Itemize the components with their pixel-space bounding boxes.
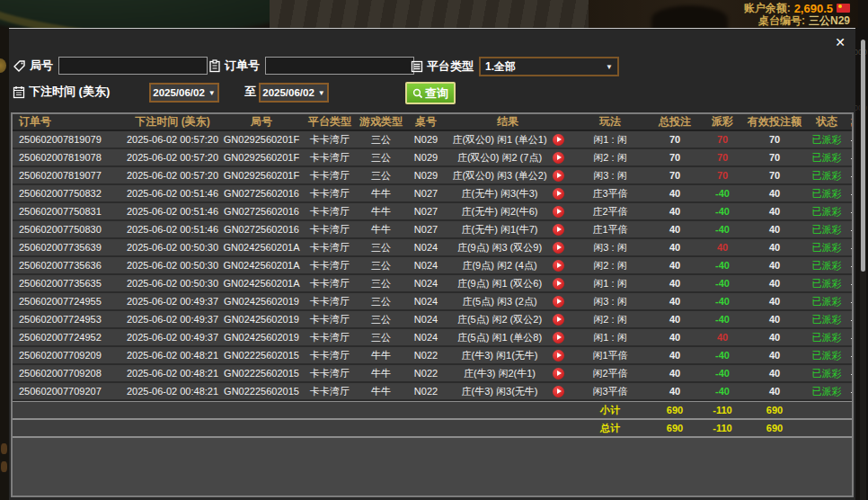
result-text: 庄(无牛) 闲1(牛7) [447,223,553,237]
game-no-cell: GN02725602016 [220,224,303,235]
valid-bet-cell: 70 [747,152,802,163]
column-header-status-cell: 状态 [802,114,851,129]
total-bet-cell: 40 [651,332,698,343]
bet-time-label: 下注时间 (美东) [29,84,110,100]
table-no-cell: N024 [405,260,447,271]
replay-video-icon[interactable] [553,224,564,236]
game-type-cell: 三公 [357,331,405,344]
game-mode-cell: - [851,206,852,217]
replay-video-icon[interactable] [553,260,564,272]
result-text: 庄(无牛) 闲3(牛3) [447,187,553,201]
total-bet-cell: 40 [651,350,698,361]
replay-video-icon[interactable] [553,296,564,308]
valid-bet-cell: 40 [747,260,802,271]
result-text: 庄(9点) 闲3 (双公9) [447,241,553,254]
game-no-cell: GN02425602019 [220,314,303,325]
replay-video-icon[interactable] [553,278,564,290]
table-row[interactable]: 2506020077508312025-06-02 00:51:46GN0272… [13,203,852,221]
grand-total-total-bet: 690 [651,423,698,433]
table-row[interactable]: 2506020078190792025-06-02 00:57:20GN0292… [13,131,852,149]
replay-video-icon[interactable] [553,386,564,397]
table-row[interactable]: 2506020078190772025-06-02 00:57:20GN0292… [13,167,852,185]
result-text: 庄(9点) 闲2 (4点) [447,259,553,272]
result-cell: 庄(无牛) 闲2(牛6) [447,205,569,219]
game-mode-cell: - [851,152,852,163]
bet-time-cell: 2025-06-02 00:49:37 [125,314,220,325]
bet-time-filter-group: 下注时间 (美东) [13,84,110,100]
table-row[interactable]: 2506020077092082025-06-02 00:48:21GN0222… [13,365,852,383]
date-from-picker[interactable]: 2025/06/02 ▼ [149,83,219,103]
platform-cell: 卡卡湾厅 [303,223,357,237]
clipboard-icon [208,59,221,73]
result-cell: 庄(双公0) 闲3 (单公2) [447,169,569,183]
table-row[interactable]: 2506020077249552025-06-02 00:49:37GN0242… [13,293,852,311]
platform-cell: 卡卡湾厅 [303,259,357,272]
table-row[interactable]: 2506020077356362025-06-02 00:50:30GN0242… [13,257,852,275]
bet-time-cell: 2025-06-02 00:51:46 [125,224,220,235]
grand-total-payout: -110 [698,423,747,433]
game-mode-cell: - [851,368,852,379]
order-no-cell: 250602007819079 [13,134,125,145]
platform-cell: 卡卡湾厅 [303,277,357,290]
table-row[interactable]: 2506020077249522025-06-02 00:49:37GN0242… [13,329,852,347]
table-row[interactable]: 2506020077356392025-06-02 00:50:30GN0242… [13,239,852,257]
valid-bet-cell: 40 [747,206,802,217]
table-row[interactable]: 2506020077092072025-06-02 00:48:21GN0222… [13,383,852,401]
replay-video-icon[interactable] [553,350,564,362]
valid-bet-cell: 40 [747,278,802,289]
status-cell: 已派彩 [802,367,851,380]
valid-bet-cell: 70 [747,170,802,181]
result-text: 庄(5点) 闲1 (单公8) [447,331,553,344]
game-type-cell: 三公 [357,259,405,272]
game-no-cell: GN02425602019 [220,296,303,307]
replay-video-icon[interactable] [553,242,564,254]
table-row[interactable]: 2506020077508302025-06-02 00:51:46GN0272… [13,221,852,239]
bet-history-dialog: ✕ 局号 订单号 平台类型 1.全部 ▼ 下注时间 (美东) 2025/ [9,28,855,500]
bet-time-cell: 2025-06-02 00:51:46 [125,188,220,199]
table-no-cell: N022 [405,368,447,379]
replay-video-icon[interactable] [553,170,564,182]
close-icon[interactable]: ✕ [831,33,849,51]
table-row[interactable]: 2506020077092092025-06-02 00:48:21GN0222… [13,347,852,365]
to-separator: 至 [244,84,256,100]
table-no-cell: N022 [405,350,447,361]
replay-video-icon[interactable] [553,152,564,164]
order-no-cell: 250602007724952 [13,332,125,343]
replay-video-icon[interactable] [553,332,564,344]
search-button[interactable]: 查询 [405,82,456,104]
replay-video-icon[interactable] [553,188,564,200]
table-row[interactable]: 2506020078190782025-06-02 00:57:20GN0292… [13,149,852,167]
game-no-input[interactable] [58,57,208,75]
game-type-cell: 三公 [357,169,405,183]
status-cell: 已派彩 [802,385,851,398]
column-header-valid-bet-cell: 有效投注额 [747,114,802,129]
column-header-platform-cell: 平台类型 [303,114,357,129]
platform-type-select[interactable]: 1.全部 ▼ [479,57,619,76]
bet-time-cell: 2025-06-02 00:49:37 [125,296,220,307]
status-cell: 已派彩 [802,241,851,254]
game-mode-cell: - [851,296,852,307]
grand-total-label: 总计 [569,422,651,435]
replay-video-icon[interactable] [553,206,564,218]
date-to-group: 2025/06/02 ▼ [259,83,329,103]
date-to-picker[interactable]: 2025/06/02 ▼ [259,83,329,103]
grand-total-row: 总计 690 -110 690 [13,420,852,438]
subtotal-total-bet: 690 [651,405,698,415]
game-no-cell: GN02225602015 [220,368,303,379]
search-button-label: 查询 [425,85,448,102]
replay-video-icon[interactable] [553,134,564,146]
order-no-input[interactable] [265,57,414,75]
payout-cell: 70 [698,170,747,181]
platform-cell: 卡卡湾厅 [303,349,357,362]
table-no-cell: N024 [405,332,447,343]
replay-video-icon[interactable] [553,368,564,379]
table-no-cell: N024 [405,296,447,307]
table-row[interactable]: 2506020077508322025-06-02 00:51:46GN0272… [13,185,852,203]
replay-video-icon[interactable] [553,314,564,326]
game-type-cell: 三公 [357,277,405,290]
result-text: 庄(牛3) 闲2(牛1) [447,367,553,380]
page-scrollbar-thumb[interactable] [861,40,865,272]
table-row[interactable]: 2506020077356352025-06-02 00:50:30GN0242… [13,275,852,293]
order-no-cell: 250602007750832 [13,188,125,199]
table-row[interactable]: 2506020077249532025-06-02 00:49:37GN0242… [13,311,852,329]
